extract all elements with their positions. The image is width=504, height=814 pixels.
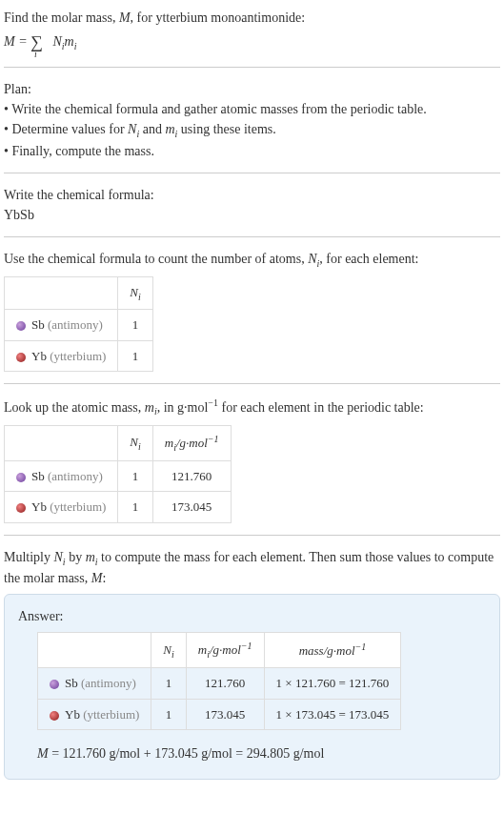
table-header-row: Ni [5,276,153,310]
step4-heading: Multiply Ni by mi to compute the mass fo… [4,547,500,589]
mass-cell: 1 × 173.045 = 173.045 [264,699,401,730]
intro-line: Find the molar mass, M, for ytterbium mo… [4,8,500,28]
table-row: Yb (ytterbium) 1 173.045 [5,492,232,523]
n-cell: 1 [151,699,186,730]
n-cell: 1 [118,460,152,492]
n-cell: 1 [151,668,186,700]
step1-heading: Write the chemical formula: [4,185,500,205]
col-m: mi/g·mol−1 [186,633,264,668]
col-mass: mass/g·mol−1 [264,633,401,668]
element-cell: Yb (ytterbium) [5,492,118,523]
n-cell: 1 [118,492,152,523]
plan-heading: Plan: [4,79,500,99]
mass-cell: 1 × 121.760 = 121.760 [264,668,401,700]
col-element-blank [5,425,118,460]
table-header-row: Ni mi/g·mol−1 mass/g·mol−1 [38,633,401,668]
step4-section: Multiply Ni by mi to compute the mass fo… [4,547,500,792]
col-N: Ni [118,425,152,460]
table-row: Sb (antimony) 1 121.760 [5,460,232,492]
step1-formula: YbSb [4,205,500,225]
m-cell: 173.045 [152,492,231,523]
intro-text-2: , for ytterbium monoantimonide: [131,10,306,25]
element-cell: Yb (ytterbium) [5,340,118,372]
element-cell: Sb (antimony) [38,668,151,700]
step2-section: Use the chemical formula to count the nu… [4,249,500,384]
plan-bullet-1: • Write the chemical formula and gather … [4,99,500,119]
plan-bullet-3: • Finally, compute the mass. [4,141,500,161]
step3-heading: Look up the atomic mass, mi, in g·mol−1 … [4,396,500,418]
intro-M: M [119,10,131,25]
col-N: Ni [118,276,152,310]
table-row: Sb (antimony) 1 121.760 1 × 121.760 = 12… [38,668,401,700]
element-dot-icon [50,680,59,689]
formula-M: M = [4,34,30,49]
m-cell: 173.045 [186,699,264,730]
element-dot-icon [16,321,26,331]
table-row: Yb (ytterbium) 1 173.045 1 × 173.045 = 1… [38,699,401,730]
step1-section: Write the chemical formula: YbSb [4,185,500,237]
step2-heading: Use the chemical formula to count the nu… [4,249,500,271]
intro-section: Find the molar mass, M, for ytterbium mo… [4,8,500,68]
plan-section: Plan: • Write the chemical formula and g… [4,79,500,173]
n-cell: 1 [118,340,152,372]
n-cell: 1 [118,310,152,341]
col-element-blank [5,276,118,310]
element-dot-icon [16,503,26,513]
col-m: mi/g·mol−1 [152,425,231,460]
step3-section: Look up the atomic mass, mi, in g·mol−1 … [4,396,500,535]
plan-bullet-2: • Determine values for Ni and mi using t… [4,119,500,141]
answer-box: Answer: Ni mi/g·mol−1 mass/g·mol−1 Sb (a… [4,594,500,780]
sigma-icon: ∑i [30,30,43,55]
answer-label: Answer: [18,606,486,626]
formula-mi: m [65,34,74,49]
table-row: Sb (antimony) 1 [5,310,153,341]
step3-table: Ni mi/g·mol−1 Sb (antimony) 1 121.760 Yb… [4,425,232,523]
element-cell: Yb (ytterbium) [38,699,151,730]
element-dot-icon [16,473,26,482]
element-cell: Sb (antimony) [5,310,118,341]
intro-text-1: Find the molar mass, [4,10,119,25]
step2-table: Ni Sb (antimony) 1 Yb (ytterbium) 1 [4,276,153,373]
formula-Ni: N [50,34,62,49]
element-cell: Sb (antimony) [5,460,118,492]
answer-final: M = 121.760 g/mol + 173.045 g/mol = 294.… [37,743,486,763]
m-cell: 121.760 [186,668,264,700]
table-row: Yb (ytterbium) 1 [5,340,153,372]
element-dot-icon [50,711,59,721]
m-cell: 121.760 [152,460,231,492]
col-N: Ni [151,633,186,668]
answer-table: Ni mi/g·mol−1 mass/g·mol−1 Sb (antimony)… [37,632,401,730]
col-element-blank [38,633,151,668]
table-header-row: Ni mi/g·mol−1 [5,425,232,460]
intro-formula: M = ∑i Nimi [4,30,500,55]
element-dot-icon [16,353,26,362]
